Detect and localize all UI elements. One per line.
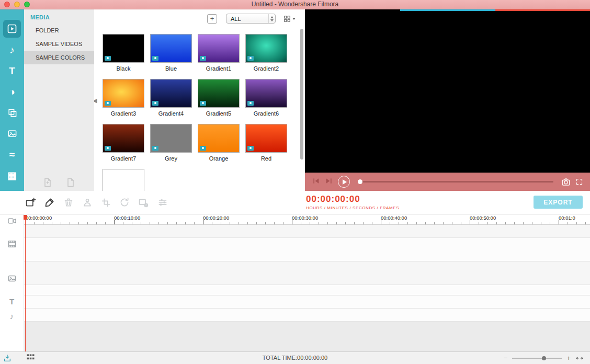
color-thumbnail (198, 124, 240, 153)
image-badge-icon (105, 56, 111, 61)
filmora-window: Untitled - Wondershare Filmora ♪ T ◑ (0, 0, 590, 364)
view-mode-button[interactable] (283, 15, 299, 23)
media-item-gradient1[interactable]: Gradient1 (198, 34, 240, 72)
sidebar-item-transitions[interactable]: ◑ (0, 81, 24, 102)
color-thumbnail (150, 34, 192, 63)
media-item-label: Gradient6 (245, 110, 287, 117)
media-panel-item-label: SAMPLE VIDEOS (36, 41, 82, 47)
snapshot-button[interactable] (561, 177, 571, 187)
seek-slider[interactable] (358, 181, 553, 183)
media-item-gradient3[interactable]: Gradient3 (103, 79, 144, 117)
media-category-panel: MEDIA FOLDER SAMPLE VIDEOS SAMPLE COLORS (24, 9, 94, 191)
preview-top-strip-red (495, 9, 590, 11)
timeline-ruler[interactable]: 00:00:00:00 00:00:10:00 00:00:20:00 00:0… (24, 214, 590, 225)
preview-panel (305, 9, 590, 191)
media-item-red[interactable]: Red (245, 124, 287, 162)
sidebar-item-overlays[interactable] (0, 102, 24, 123)
sidebar-item-split-screen[interactable]: ▦ (0, 165, 24, 186)
sidebar-item-text[interactable]: T (0, 60, 24, 81)
timeline-track-row (24, 225, 590, 238)
export-button[interactable]: EXPORT (534, 196, 583, 209)
ruler-label: 00:00:40:00 (381, 215, 407, 221)
collapse-panel-button[interactable]: ◀ (94, 97, 97, 104)
media-item-label: Gradient4 (150, 110, 192, 117)
media-item-partial[interactable] (103, 169, 144, 191)
record-voiceover-button[interactable] (44, 197, 55, 208)
app-sidebar: ♪ T ◑ ≈ ▦ (0, 9, 24, 191)
video-track-icon (7, 217, 16, 225)
sidebar-item-media[interactable] (0, 18, 24, 39)
filmstrip-track-icon (7, 240, 16, 248)
zoom-button[interactable] (24, 2, 30, 7)
media-item-label: Gradient5 (198, 110, 240, 117)
sidebar-item-effects[interactable]: ≈ (0, 144, 24, 165)
media-panel-footer (24, 177, 94, 188)
color-thumbnail (198, 34, 240, 63)
media-item-black[interactable]: Black (103, 34, 144, 72)
green-screen-button[interactable] (82, 197, 93, 208)
image-badge-icon (152, 56, 158, 61)
playhead[interactable] (24, 215, 27, 351)
skip-to-end-button[interactable] (325, 177, 333, 187)
status-bar: TOTAL TIME:00:00:00:00 − + (0, 351, 590, 364)
zoom-slider-knob[interactable] (542, 356, 546, 360)
close-button[interactable] (4, 2, 10, 7)
media-item-label: Orange (198, 155, 240, 162)
timeline-empty-area (24, 322, 590, 351)
rotate-button[interactable] (119, 197, 130, 208)
split-screen-icon: ▦ (7, 170, 17, 180)
media-item-gradient2[interactable]: Gradient2 (245, 34, 287, 72)
timeline-track-row (24, 285, 590, 295)
fit-timeline-button[interactable] (575, 355, 584, 362)
zoom-slider[interactable] (512, 358, 562, 359)
crop-button[interactable] (101, 198, 111, 208)
seek-knob[interactable] (358, 179, 362, 184)
library-header: + ALL (94, 14, 305, 25)
ruler-label: 00:00:10:00 (114, 215, 140, 221)
sidebar-item-elements[interactable] (0, 123, 24, 144)
media-item-label: Blue (150, 65, 192, 72)
add-to-timeline-button[interactable] (25, 197, 36, 208)
skip-to-start-button[interactable] (312, 177, 320, 187)
media-panel-item-sample-videos[interactable]: SAMPLE VIDEOS (24, 37, 94, 51)
media-panel-item-sample-colors[interactable]: SAMPLE COLORS (24, 51, 94, 64)
chevron-down-icon (292, 18, 296, 20)
media-item-blue[interactable]: Blue (150, 34, 192, 72)
timecode-caption: HOURS / MINUTES / SECONDS / FRAMES (306, 206, 399, 210)
frame-settings-button[interactable] (138, 197, 149, 208)
media-panel-item-folder[interactable]: FOLDER (24, 24, 94, 37)
add-media-button[interactable]: + (207, 14, 217, 24)
advanced-settings-button[interactable] (157, 197, 168, 208)
toolbar-icons (25, 191, 168, 214)
media-panel-header: MEDIA (24, 9, 94, 24)
media-item-gradient6[interactable]: Gradient6 (245, 79, 287, 117)
fullscreen-button[interactable] (575, 178, 583, 186)
color-thumbnail (198, 79, 240, 108)
library-scrollbar[interactable] (300, 29, 304, 186)
media-item-label: Gradient2 (245, 65, 287, 72)
filter-value: ALL (226, 16, 268, 22)
media-item-orange[interactable]: Orange (198, 124, 240, 162)
remove-file-button[interactable] (65, 177, 76, 188)
add-file-button[interactable] (42, 177, 53, 188)
zoom-in-button[interactable]: + (566, 355, 571, 361)
ruler-label: 00:00:50:00 (470, 215, 496, 221)
media-item-grey[interactable]: Grey (150, 124, 192, 162)
sidebar-item-audio[interactable]: ♪ (0, 39, 24, 60)
zoom-out-button[interactable]: − (504, 355, 508, 361)
image-badge-icon (200, 101, 206, 106)
media-panel-item-label: FOLDER (36, 27, 59, 33)
play-button[interactable] (338, 176, 350, 188)
media-item-gradient4[interactable]: Gradient4 (150, 79, 192, 117)
timeline-tracks[interactable] (24, 225, 590, 351)
timeline-toolbar: 00:00:00:00 HOURS / MINUTES / SECONDS / … (0, 191, 590, 214)
ruler-label: 00:00:00:00 (26, 215, 52, 221)
minimize-button[interactable] (14, 2, 20, 7)
scrollbar-thumb[interactable] (300, 29, 303, 160)
filter-select[interactable]: ALL (226, 14, 276, 24)
media-item-gradient7[interactable]: Gradient7 (103, 124, 144, 162)
transition-icon: ◑ (9, 87, 15, 97)
media-item-gradient5[interactable]: Gradient5 (198, 79, 240, 117)
color-thumbnail (103, 124, 144, 153)
delete-button[interactable] (63, 197, 74, 208)
